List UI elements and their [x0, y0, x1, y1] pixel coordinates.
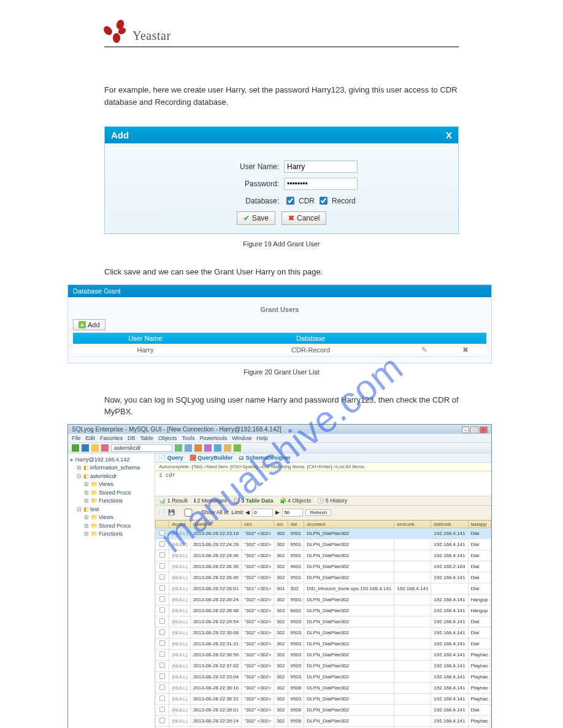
table-row[interactable]: (NULL)2013-08-28 22:23:18"302" <302>3029… [156, 528, 491, 539]
table-row[interactable]: (NULL)2013-08-28 22:33:04"302" <302>3029… [156, 671, 491, 682]
row-checkbox[interactable] [159, 563, 165, 568]
tab-messages[interactable]: ℹ 2 Messages [194, 498, 227, 504]
column-header[interactable]: dst [288, 520, 304, 528]
cdr-checkbox[interactable] [286, 197, 294, 205]
table-row[interactable]: (NULL)2013-08-28 22:28:01"301" <301>3013… [156, 583, 491, 594]
row-checkbox[interactable] [159, 585, 165, 590]
tab-objects[interactable]: 🧩 4 Objects [280, 498, 312, 504]
result-tabs[interactable]: 📊 1 Result ℹ 2 Messages 📋 3 Table Data 🧩… [155, 496, 491, 506]
menubar[interactable]: File Edit Favorites DB Table Objects Too… [68, 434, 491, 442]
menu-edit[interactable]: Edit [86, 435, 96, 441]
menu-file[interactable]: File [72, 435, 81, 441]
row-checkbox[interactable] [159, 552, 165, 557]
refresh-button[interactable]: Refresh [305, 509, 331, 516]
tab-query[interactable]: 📄 Query [159, 455, 183, 461]
row-checkbox[interactable] [159, 673, 165, 678]
next-page-icon[interactable]: ▶ [275, 509, 280, 515]
row-checkbox[interactable] [159, 651, 165, 656]
row-checkbox[interactable] [159, 618, 165, 623]
table-row[interactable]: (NULL)2013-08-28 22:26:45"302" <302>3029… [156, 572, 491, 583]
tab-schemadesigner[interactable]: 🗂 SchemaDesigner [239, 455, 291, 461]
page-from-input[interactable] [252, 509, 273, 517]
table-row[interactable]: (NULL)2013-08-28 22:28:48"302" <302>3036… [156, 605, 491, 616]
window-buttons[interactable]: –□× [461, 426, 488, 433]
menu-favorites[interactable]: Favorites [100, 435, 123, 441]
column-header[interactable]: datetime [190, 520, 241, 528]
column-header[interactable]: lastapp [468, 520, 491, 528]
toolbar-icon[interactable] [175, 444, 182, 452]
menu-table[interactable]: Table [140, 435, 154, 441]
column-header[interactable]: AcctId [169, 520, 191, 528]
menu-objects[interactable]: Objects [158, 435, 177, 441]
row-checkbox[interactable] [159, 629, 165, 634]
password-input[interactable] [284, 178, 358, 190]
toolbar-icon[interactable] [204, 444, 212, 452]
column-header[interactable]: dsttrunk [431, 520, 468, 528]
column-header[interactable] [156, 520, 169, 528]
row-checkbox[interactable] [159, 596, 165, 601]
toolbar-icon[interactable] [185, 444, 192, 452]
editor-tabs[interactable]: 📄 Query 🧱 QueryBuilder 🗂 SchemaDesigner [155, 453, 491, 463]
column-header[interactable]: srctrunk [394, 520, 431, 528]
toolbar-icon[interactable] [82, 444, 89, 452]
tree-folder[interactable]: ⊞ 📁 Views [71, 480, 152, 489]
toolbar[interactable]: asteriskcdr [68, 442, 491, 453]
menu-help[interactable]: Help [256, 435, 268, 441]
close-icon[interactable]: X [446, 130, 452, 140]
column-header[interactable]: src [274, 520, 288, 528]
prev-page-icon[interactable]: ◀ [245, 509, 250, 515]
table-row[interactable]: (NULL)2013-08-28 22:39:24"302" <302>3029… [156, 715, 491, 726]
cdr-data-table[interactable]: AcctIddatetimeclidsrcdstdcontextsrctrunk… [155, 520, 491, 729]
toolbar-icon[interactable] [91, 444, 99, 452]
menu-db[interactable]: DB [128, 435, 136, 441]
tree-db[interactable]: ⊟ ◧ asteriskcdr [71, 472, 152, 481]
row-checkbox[interactable] [159, 529, 165, 535]
cancel-button[interactable]: ✖ Cancel [282, 211, 326, 225]
toolbar-icon[interactable] [224, 444, 231, 452]
menu-window[interactable]: Window [232, 435, 251, 441]
toolbar-icon[interactable] [194, 444, 202, 452]
table-row[interactable]: (NULL)2013-08-28 22:31:31"302" <302>3029… [156, 638, 491, 649]
tree-folder[interactable]: ⊞ 📁 Functions [71, 497, 152, 506]
edit-icon[interactable]: ✎ [421, 346, 427, 354]
menu-powertools[interactable]: Powertools [200, 435, 228, 441]
table-row[interactable]: (NULL)2013-08-28 22:24:46"302" <302>3029… [156, 550, 491, 561]
tree-db[interactable]: ⊟ ◧ test [71, 506, 152, 514]
table-row[interactable]: (NULL)2013-08-28 22:38:16"302" <302>3029… [156, 682, 491, 693]
result-toolbar[interactable]: 📄 💾 Show All or Limit ◀ ▶ Refresh [155, 506, 491, 520]
db-tree[interactable]: ▸ Harry@192.168.4.142 ⊞ ◧ information_sc… [68, 453, 155, 729]
delete-icon[interactable]: ✖ [462, 346, 469, 354]
username-input[interactable] [284, 161, 358, 173]
menu-tools[interactable]: Tools [182, 435, 195, 441]
toolbar-icon[interactable] [101, 444, 109, 452]
tree-connection[interactable]: ▸ Harry@192.168.4.142 [71, 456, 152, 464]
save-button[interactable]: ✔ Save [237, 211, 275, 225]
table-row[interactable]: (NULL)2013-08-28 22:39:01"302" <302>3029… [156, 704, 491, 715]
db-selector[interactable]: asteriskcdr [111, 444, 172, 452]
table-row[interactable]: (NULL)2013-08-28 22:24:28"302" <302>3029… [156, 539, 491, 550]
show-all-checkbox[interactable] [180, 509, 197, 517]
row-checkbox[interactable] [159, 607, 165, 612]
table-row[interactable]: (NULL)2013-08-28 22:30:08"302" <302>3029… [156, 627, 491, 638]
tree-folder[interactable]: ⊞ 📁 Views [71, 514, 152, 522]
toolbar-icon[interactable]: 📄 [159, 509, 166, 515]
tab-querybuilder[interactable]: 🧱 QueryBuilder [190, 455, 233, 461]
row-checkbox[interactable] [159, 540, 165, 546]
tree-folder[interactable]: ⊞ 📁 Stored Procs [71, 522, 152, 531]
column-header[interactable]: dcontext [304, 520, 394, 528]
row-checkbox[interactable] [159, 695, 165, 700]
add-button[interactable]: + Add [73, 319, 105, 330]
table-row[interactable]: (NULL)2013-08-28 22:36:56"302" <302>3029… [156, 649, 491, 660]
table-row[interactable]: (NULL)2013-08-28 22:28:24"302" <302>3029… [156, 594, 491, 605]
toolbar-icon[interactable] [72, 444, 79, 452]
tree-folder[interactable]: ⊞ 📁 Stored Procs [71, 489, 152, 498]
row-checkbox[interactable] [159, 717, 165, 722]
toolbar-icon[interactable] [214, 444, 221, 452]
row-checkbox[interactable] [159, 574, 165, 579]
table-row[interactable]: (NULL)2013-08-28 22:38:31"302" <302>3029… [156, 693, 491, 704]
record-checkbox[interactable] [320, 197, 327, 205]
table-row[interactable]: (NULL)2013-08-28 22:29:54"302" <302>3029… [156, 616, 491, 627]
toolbar-icon[interactable] [234, 444, 241, 452]
tab-result[interactable]: 📊 1 Result [159, 498, 188, 504]
toolbar-icon[interactable]: 💾 [168, 509, 175, 515]
